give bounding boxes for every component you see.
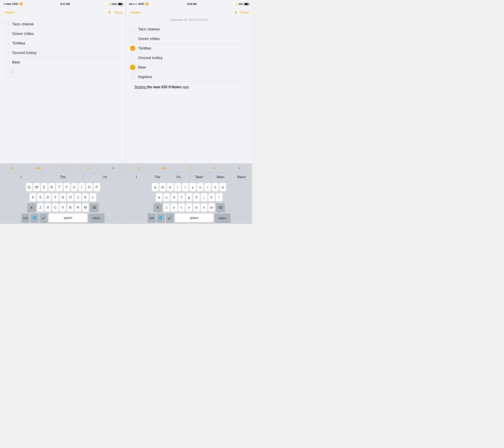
left-share-icon[interactable]: ⬆ [108,10,111,15]
autocorrect-item-im[interactable]: I'm [84,173,126,181]
left-notes-link[interactable]: Notes [5,11,14,15]
checklist-icon[interactable]: ⊙ [11,166,14,171]
dismiss-icon[interactable]: ✕ [112,166,115,171]
format-icon[interactable]: Aa [36,166,40,170]
r-camera-icon[interactable]: ⬡ [188,166,192,171]
key-t[interactable]: T [56,183,62,192]
r-autocorrect-i[interactable]: I [126,173,147,181]
r-format-icon[interactable]: Aa [162,166,167,170]
key-123[interactable]: 123 [21,214,29,222]
r-key-t[interactable]: t [182,183,188,192]
key-i[interactable]: I [78,183,85,192]
r-key-mic[interactable]: 🎤 [166,214,174,222]
key-g[interactable]: G [60,193,66,202]
key-x[interactable]: X [45,203,51,212]
r-key-x[interactable]: x [171,203,177,212]
key-j[interactable]: J [75,193,81,202]
check-circle-4[interactable] [4,50,9,55]
autocorrect-item-i[interactable]: I [0,173,42,181]
key-s[interactable]: S [37,193,44,202]
r-key-g[interactable]: g [186,193,192,202]
key-h[interactable]: H [67,193,74,202]
r-key-d[interactable]: d [171,193,177,202]
r-key-e[interactable]: e [167,183,174,192]
key-w[interactable]: W [34,183,40,192]
key-n[interactable]: N [75,203,81,212]
r-key-f[interactable]: f [178,193,185,202]
r-key-m[interactable]: m [208,203,215,212]
r-key-b[interactable]: b [193,203,200,212]
r-dismiss-icon[interactable]: ✕ [238,166,241,171]
empty-new-item-circle[interactable] [134,92,139,97]
r-check-circle-3[interactable]: ✓ [130,46,135,51]
right-back-button[interactable]: ‹ Notes [129,10,140,15]
check-circle-3[interactable] [4,41,9,46]
r-autocorrect-beer[interactable]: "Beer" [189,173,210,181]
left-done-button[interactable]: Done [114,11,123,15]
r-check-circle-4[interactable] [130,55,135,60]
r-key-p[interactable]: p [219,183,226,192]
sketch-icon[interactable]: ✏ [87,166,90,171]
r-sketch-icon[interactable]: ✏ [213,166,216,171]
key-q[interactable]: Q [26,183,33,192]
key-space[interactable]: space [49,214,87,222]
key-a[interactable]: A [30,193,36,202]
r-key-j[interactable]: j [201,193,207,202]
r-check-circle-6[interactable] [130,74,135,80]
r-check-circle-1[interactable] [130,27,135,32]
r-autocorrect-beers[interactable]: Beers [231,173,252,181]
key-z[interactable]: Z [37,203,44,212]
key-e[interactable]: E [41,183,48,192]
r-autocorrect-the[interactable]: The [147,173,168,181]
key-d[interactable]: D [45,193,51,202]
r-key-c[interactable]: c [178,203,185,212]
r-key-y[interactable]: y [190,183,196,192]
r-key-r[interactable]: r [175,183,181,192]
left-back-button[interactable]: ‹ Notes [3,10,14,15]
key-u[interactable]: U [71,183,77,192]
r-key-h[interactable]: h [193,193,200,202]
key-c[interactable]: C [52,203,59,212]
key-b[interactable]: B [67,203,74,212]
key-m[interactable]: M [82,203,89,212]
r-key-s[interactable]: s [163,193,170,202]
r-key-return[interactable]: return [215,214,231,222]
r-key-o[interactable]: o [212,183,218,192]
check-circle-new[interactable] [4,69,9,74]
r-key-q[interactable]: q [152,183,159,192]
key-shift[interactable]: ⬆ [27,203,36,212]
key-r[interactable]: R [49,183,55,192]
r-key-delete[interactable]: ⌫ [216,203,225,212]
r-key-l[interactable]: l [216,193,222,202]
key-delete[interactable]: ⌫ [90,203,99,212]
check-circle-1[interactable] [4,21,9,27]
list-item-cursor[interactable] [4,67,122,77]
r-key-a[interactable]: a [156,193,162,202]
r-key-v[interactable]: v [186,203,192,212]
key-f[interactable]: F [52,193,59,202]
r-key-u[interactable]: u [197,183,203,192]
key-return[interactable]: return [88,214,105,222]
key-v[interactable]: V [60,203,66,212]
r-key-shift[interactable]: ⬆ [153,203,162,212]
r-key-globe[interactable]: 🌐 [157,214,165,222]
key-k[interactable]: K [82,193,89,202]
right-notes-link[interactable]: Notes [131,11,140,15]
r-key-n[interactable]: n [201,203,207,212]
r-key-i[interactable]: i [204,183,211,192]
check-circle-5[interactable] [4,60,9,65]
right-done-button[interactable]: Done [240,11,249,15]
key-globe[interactable]: 🌐 [30,214,38,222]
r-key-k[interactable]: k [208,193,215,202]
key-l[interactable]: L [90,193,96,202]
check-circle-2[interactable] [4,31,9,36]
r-key-123[interactable]: 123 [147,214,156,222]
r-checklist-icon[interactable]: ⊙ [137,166,140,171]
key-y[interactable]: Y [64,183,70,192]
key-mic[interactable]: 🎤 [39,214,48,222]
r-autocorrect-been[interactable]: Been [210,173,231,181]
right-share-icon[interactable]: ⬆ [234,10,237,15]
key-o[interactable]: O [86,183,92,192]
camera-icon[interactable]: ⬡ [62,166,65,171]
r-check-circle-5[interactable]: ✓ [130,65,135,70]
